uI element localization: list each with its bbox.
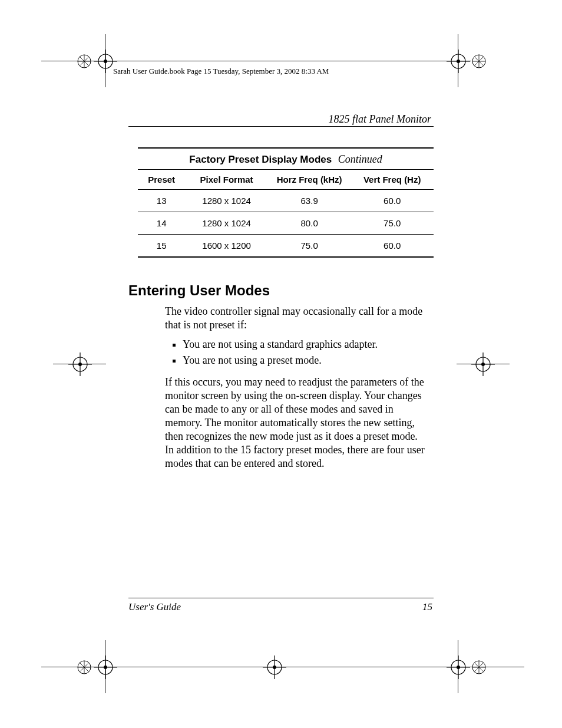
- paragraph: The video controller signal may occasion…: [165, 305, 429, 332]
- svg-point-12: [457, 60, 460, 63]
- register-mark-icon: [471, 353, 495, 376]
- svg-point-8: [104, 60, 107, 63]
- section-heading: Entering User Modes: [128, 282, 434, 299]
- table-row: 14 1280 x 1024 80.0 75.0: [138, 212, 434, 235]
- svg-point-29: [104, 666, 107, 669]
- paragraph: If this occurs, you may need to readjust…: [165, 375, 429, 470]
- table-title-continued: Continued: [338, 153, 382, 165]
- register-mark-icon: [447, 50, 470, 73]
- rosette-icon: [77, 54, 92, 69]
- table-header-row: Preset Pixel Format Horz Freq (kHz) Vert…: [138, 170, 434, 190]
- table-row: 15 1600 x 1200 75.0 60.0: [138, 235, 434, 258]
- register-mark-icon: [94, 655, 117, 679]
- table-wrap: Factory Preset Display Modes Continued P…: [138, 147, 434, 258]
- cell-pixel: 1280 x 1024: [185, 190, 268, 212]
- col-horz: Horz Freq (kHz): [268, 170, 351, 190]
- footer-page-number: 15: [422, 601, 432, 613]
- register-mark-icon: [263, 655, 286, 679]
- cell-horz: 63.9: [268, 190, 351, 212]
- list-item: You are not using a standard graphics ad…: [183, 338, 429, 351]
- crop-header-text: Sarah User Guide.book Page 15 Tuesday, S…: [113, 67, 329, 76]
- svg-point-25: [481, 363, 485, 366]
- content-area: Factory Preset Display Modes Continued P…: [128, 147, 434, 476]
- rosette-icon: [471, 660, 487, 675]
- register-mark-icon: [447, 655, 470, 679]
- cell-preset: 14: [138, 212, 185, 235]
- col-vert: Vert Freq (Hz): [351, 170, 434, 190]
- footer-rule: [128, 598, 434, 598]
- svg-point-42: [457, 666, 460, 669]
- col-pixel: Pixel Format: [185, 170, 268, 190]
- register-mark-icon: [68, 353, 92, 376]
- rosette-icon: [471, 54, 487, 69]
- svg-point-38: [273, 666, 276, 669]
- page: Sarah User Guide.book Page 15 Tuesday, S…: [0, 0, 562, 728]
- list-item: You are not using a preset mode.: [183, 354, 429, 367]
- cell-pixel: 1280 x 1024: [185, 212, 268, 235]
- cell-vert: 75.0: [351, 212, 434, 235]
- cell-vert: 60.0: [351, 190, 434, 212]
- table-row: 13 1280 x 1024 63.9 60.0: [138, 190, 434, 212]
- table-title: Factory Preset Display Modes Continued: [138, 147, 434, 169]
- cell-pixel: 1600 x 1200: [185, 235, 268, 258]
- rosette-icon: [77, 660, 92, 675]
- display-modes-table: Preset Pixel Format Horz Freq (kHz) Vert…: [138, 169, 434, 258]
- running-head: 1825 flat Panel Monitor: [329, 113, 432, 126]
- cell-preset: 13: [138, 190, 185, 212]
- cell-vert: 60.0: [351, 235, 434, 258]
- cell-preset: 15: [138, 235, 185, 258]
- col-preset: Preset: [138, 170, 185, 190]
- body-text: The video controller signal may occasion…: [165, 305, 429, 470]
- cell-horz: 80.0: [268, 212, 351, 235]
- cell-horz: 75.0: [268, 235, 351, 258]
- bullet-list: You are not using a standard graphics ad…: [165, 338, 429, 367]
- header-rule: [128, 126, 434, 127]
- svg-point-21: [78, 363, 82, 366]
- table-title-main: Factory Preset Display Modes: [189, 154, 332, 165]
- footer-left: User's Guide: [128, 601, 181, 613]
